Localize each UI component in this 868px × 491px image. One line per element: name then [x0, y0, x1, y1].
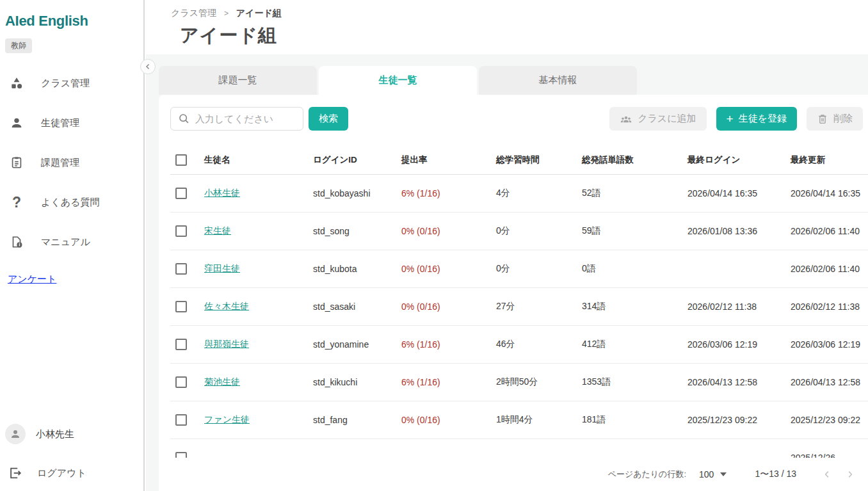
- delete-button[interactable]: 削除: [807, 107, 863, 131]
- last-update-cell: 2025/12/23 09:22: [785, 414, 868, 426]
- submission-rate-cell: 6% (1/16): [396, 188, 491, 198]
- tab-1[interactable]: 課題一覧: [159, 66, 317, 95]
- last-update-cell: 2026/02/06 11:40: [785, 263, 868, 275]
- survey-link[interactable]: アンケート: [8, 273, 56, 286]
- plus-icon: +: [727, 113, 734, 125]
- student-name-link[interactable]: 佐々木生徒: [204, 301, 249, 311]
- student-name-link[interactable]: 與那嶺生徒: [204, 339, 249, 349]
- clipboard-icon: [9, 155, 24, 170]
- page-title: アイード組: [146, 19, 868, 49]
- search-input[interactable]: [170, 107, 303, 131]
- column-header: 最終更新: [785, 154, 868, 166]
- column-header: 最終ログイン: [682, 154, 785, 166]
- breadcrumb-parent[interactable]: クラス管理: [171, 8, 216, 18]
- sidebar-item-label: よくある質問: [41, 197, 99, 209]
- last-update-cell: 2026/03/06 12:19: [785, 339, 868, 351]
- student-name-cell: 菊池生徒: [199, 376, 308, 388]
- table-row: 宋生徒std_song0% (0/16)0分59語2026/01/08 13:3…: [170, 213, 868, 250]
- search-button[interactable]: 検索: [309, 107, 348, 131]
- column-header: ログインID: [308, 154, 396, 166]
- category-icon: [9, 76, 24, 91]
- submission-rate-cell: 0% (0/16): [396, 264, 491, 274]
- pagination-range: 1〜13 / 13: [755, 469, 796, 480]
- rows-per-page-select[interactable]: 100: [699, 469, 727, 479]
- study-time-cell: 2時間50分: [491, 376, 577, 388]
- submission-rate-cell: 0% (0/16): [396, 226, 491, 236]
- sidebar-item-4[interactable]: ?よくある質問: [0, 182, 143, 222]
- submission-rate-cell: 6% (1/16): [396, 377, 491, 387]
- column-header: 総発話単語数: [577, 154, 682, 166]
- table-row: 與那嶺生徒std_yonamine6% (1/16)46分412語2026/03…: [170, 326, 868, 364]
- submission-rate-cell: 0% (0/16): [396, 415, 491, 425]
- row-checkbox[interactable]: [175, 414, 187, 426]
- student-name-cell: 小林生徒: [199, 188, 308, 199]
- table-row: 菊池生徒std_kikuchi6% (1/16)2時間50分1353語2026/…: [170, 364, 868, 401]
- person-icon: [10, 428, 21, 440]
- sidebar-item-1[interactable]: クラス管理: [0, 63, 143, 103]
- row-checkbox-cell: [170, 414, 199, 426]
- sidebar-item-2[interactable]: 生徒管理: [0, 103, 143, 143]
- row-checkbox[interactable]: [175, 376, 187, 388]
- last-login-cell: 2025/12/23 09:22: [682, 415, 785, 425]
- row-checkbox[interactable]: [175, 263, 187, 275]
- last-login-cell: 2026/03/06 12:19: [682, 339, 785, 350]
- student-name-link[interactable]: 宋生徒: [204, 225, 231, 236]
- row-checkbox-cell: [170, 301, 199, 312]
- sidebar-item-label: 課題管理: [41, 157, 79, 169]
- spoken-words-cell: 52語: [577, 188, 682, 199]
- pager: [816, 463, 862, 486]
- table-row: 窪田生徒std_kubota0% (0/16)0分0語2026/02/06 11…: [170, 250, 868, 288]
- add-to-class-button[interactable]: クラスに追加: [609, 107, 706, 131]
- study-time-cell: 27分: [491, 301, 577, 312]
- content-panel: 検索 クラスに追加 + 生徒を登録: [159, 95, 868, 491]
- spoken-words-cell: 314語: [577, 301, 682, 312]
- column-header: 提出率: [396, 154, 491, 166]
- rows-per-page-value: 100: [699, 469, 714, 479]
- student-name-link[interactable]: 菊池生徒: [204, 376, 240, 387]
- select-all-checkbox[interactable]: [175, 154, 187, 166]
- login-id-cell: std_kubota: [308, 264, 396, 274]
- spoken-words-cell: 1353語: [577, 376, 682, 388]
- last-login-cell: 2026/04/13 12:58: [682, 377, 785, 387]
- sidebar-collapse-button[interactable]: [140, 59, 156, 74]
- question-icon: ?: [9, 195, 24, 210]
- student-name-cell: 窪田生徒: [199, 263, 308, 275]
- sidebar-item-5[interactable]: マニュアル: [0, 222, 143, 262]
- student-name-link[interactable]: ファン生徒: [204, 414, 250, 424]
- student-name-link[interactable]: 窪田生徒: [204, 263, 240, 273]
- sidebar: AIed English 教師 クラス管理生徒管理課題管理?よくある質問マニュア…: [0, 0, 145, 491]
- tab-2[interactable]: 生徒一覧: [319, 66, 477, 95]
- login-id-cell: std_kikuchi: [308, 377, 396, 387]
- last-update-cell: 2026/02/06 11:40: [785, 225, 868, 237]
- study-time-cell: 0分: [491, 263, 577, 275]
- role-badge: 教師: [5, 38, 32, 53]
- row-checkbox[interactable]: [175, 301, 187, 312]
- column-header: 総学習時間: [491, 154, 577, 166]
- table-row: 小林生徒std_kobayashi6% (1/16)4分52語2026/04/1…: [170, 175, 868, 213]
- logout-button[interactable]: ログアウト: [0, 459, 143, 487]
- row-checkbox[interactable]: [175, 339, 187, 350]
- student-name-cell: 佐々木生徒: [199, 301, 308, 312]
- avatar: [5, 424, 26, 444]
- student-name-link[interactable]: 小林生徒: [204, 188, 240, 198]
- next-page-button[interactable]: [839, 463, 862, 486]
- breadcrumb-separator: >: [224, 9, 229, 18]
- sidebar-item-3[interactable]: 課題管理: [0, 143, 143, 182]
- toolbar-actions: クラスに追加 + 生徒を登録 削除: [609, 107, 863, 131]
- row-checkbox-cell: [170, 225, 199, 237]
- login-id-cell: std_sasaki: [308, 302, 396, 312]
- row-checkbox[interactable]: [175, 225, 187, 237]
- login-id-cell: std_kobayashi: [308, 188, 396, 198]
- add-to-class-label: クラスに追加: [638, 113, 696, 125]
- spoken-words-cell: 0語: [577, 263, 682, 275]
- row-checkbox[interactable]: [175, 188, 187, 199]
- register-student-label: 生徒を登録: [739, 113, 787, 125]
- tab-3[interactable]: 基本情報: [479, 66, 637, 95]
- student-name-cell: 宋生徒: [199, 225, 308, 237]
- table-header: 生徒名ログインID提出率総学習時間総発話単語数最終ログイン最終更新: [170, 146, 868, 175]
- previous-page-button[interactable]: [816, 463, 839, 486]
- student-table: 生徒名ログインID提出率総学習時間総発話単語数最終ログイン最終更新 小林生徒st…: [170, 146, 868, 477]
- sidebar-item-label: 生徒管理: [41, 117, 79, 129]
- register-student-button[interactable]: + 生徒を登録: [716, 107, 797, 131]
- person-icon: [9, 115, 24, 131]
